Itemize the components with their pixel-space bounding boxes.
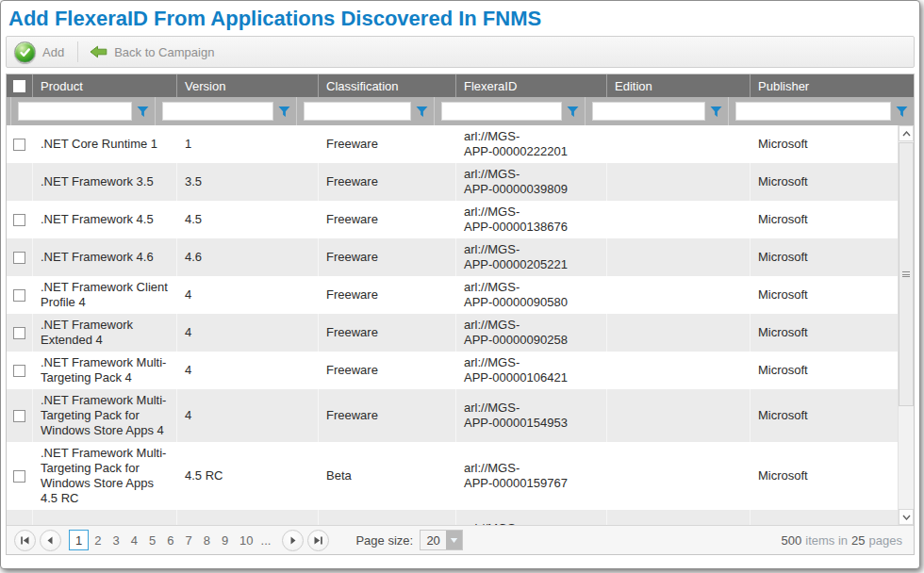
page-button-4[interactable]: 4 [125,530,143,550]
page-size-control: Page size: 20 [355,530,463,550]
column-header-classification[interactable]: Classification [318,74,455,97]
cell-classification: Freeware [318,201,455,238]
cell-edition [606,510,750,525]
cell-version: 4.5 RC [176,442,318,510]
add-button-label: Add [42,45,64,59]
table-row[interactable]: .NET Framework 4.5 4.5 Freeware arl://MG… [7,201,898,238]
add-button[interactable]: Add [14,41,64,63]
cell-edition [606,314,750,352]
cell-flexera-id: arl://MGS- APP-00000039809 [455,163,606,201]
prev-page-button[interactable] [40,530,61,551]
cell-publisher: Microsoft [750,238,898,276]
table-row[interactable]: .NET Framework Client Profile 4 4 Freewa… [7,276,898,314]
cell-version: 3.5 [176,163,318,201]
row-checkbox-cell [7,352,32,389]
row-checkbox[interactable] [13,327,25,339]
cell-edition [606,125,750,163]
page-button-7[interactable]: 7 [179,530,197,550]
cell-product [32,510,176,525]
row-checkbox-cell [7,442,32,510]
cell-edition [606,163,750,201]
filter-funnel-icon[interactable] [137,106,149,118]
filter-funnel-icon[interactable] [278,106,290,118]
cell-flexera-id: arl://MGS- APP-00000090580 [455,276,606,314]
row-checkbox[interactable] [13,410,25,422]
filter-input-publisher[interactable] [735,102,891,121]
filter-input-flexera_id[interactable] [441,102,562,121]
cell-product: .NET Framework 4.6 [32,238,176,276]
page-button-1[interactable]: 1 [69,530,89,550]
cell-flexera-id: arl://MGS- [455,510,606,525]
page-button-3[interactable]: 3 [107,530,124,550]
row-checkbox[interactable] [13,139,25,151]
table-row[interactable]: .NET Framework Extended 4 4 Freeware arl… [7,314,898,352]
table-row[interactable]: .NET Framework Multi-Targeting Pack 4 4 … [7,352,898,389]
scrollbar-thumb[interactable] [899,142,914,406]
cell-edition [606,201,750,238]
table-row[interactable]: .NET Framework Multi-Targeting Pack for … [7,442,898,510]
cell-edition [606,389,750,442]
column-header-edition[interactable]: Edition [606,74,750,97]
select-all-checkbox[interactable] [13,80,25,92]
last-page-button[interactable] [307,530,329,551]
cell-classification: Beta [318,442,455,510]
row-checkbox[interactable] [13,365,25,377]
filter-cell-flexera_id [434,97,585,125]
table-row-partial[interactable]: arl://MGS- [7,510,898,525]
column-header-product[interactable]: Product [32,74,176,97]
page-button-10[interactable]: 10 [234,530,258,550]
cell-version: 4.5 [176,201,318,238]
page-ellipsis: ... [259,533,277,548]
next-page-button[interactable] [282,530,304,551]
row-checkbox-cell [7,125,32,163]
cell-classification: Freeware [318,389,455,442]
row-checkbox[interactable] [13,470,25,483]
table-row[interactable]: .NET Framework Multi-Targeting Pack for … [7,389,898,442]
filter-funnel-icon[interactable] [710,106,722,118]
cell-edition [606,276,750,314]
prev-page-icon [45,535,56,546]
filter-input-version[interactable] [162,102,273,121]
cell-publisher [750,510,898,525]
page-button-8[interactable]: 8 [198,530,216,550]
page-button-6[interactable]: 6 [161,530,179,550]
row-checkbox-cell [7,314,32,352]
table-row[interactable]: .NET Core Runtime 1 1 Freeware arl://MGS… [7,125,898,163]
column-header-version[interactable]: Version [176,74,318,97]
cell-classification: Freeware [318,163,455,201]
back-to-campaign-button[interactable]: Back to Campaign [90,45,214,59]
filter-input-classification[interactable] [304,102,411,121]
vertical-scrollbar[interactable] [898,125,914,525]
row-checkbox-cell [7,276,32,314]
filter-input-edition[interactable] [592,102,705,121]
filter-funnel-icon[interactable] [416,106,428,118]
filter-funnel-icon[interactable] [567,106,579,118]
row-checkbox[interactable] [13,289,25,302]
column-header-publisher[interactable]: Publisher [750,74,914,97]
next-page-icon [288,535,298,546]
cell-product: .NET Framework Multi-Targeting Pack for … [32,389,176,442]
row-checkbox[interactable] [13,252,25,264]
page-button-5[interactable]: 5 [143,530,161,550]
column-header-flexera_id[interactable]: FlexeraID [455,74,606,97]
table-row[interactable]: .NET Framework 4.6 4.6 Freeware arl://MG… [7,238,898,276]
filter-input-product[interactable] [18,102,132,121]
cell-flexera-id: arl://MGS- APP-00000159767 [455,442,606,510]
filter-funnel-icon[interactable] [896,106,908,118]
page-size-dropdown[interactable]: 20 [420,530,463,550]
last-page-icon [313,535,323,546]
row-checkbox[interactable] [13,214,25,226]
status-suffix-text: pages [869,533,902,548]
page-size-dropdown-arrow-icon[interactable] [446,531,462,549]
scroll-down-icon[interactable] [899,509,914,525]
app-window: Add FlexeraID From Applications Discover… [0,0,920,569]
table-row[interactable]: .NET Framework 3.5 3.5 Freeware arl://MG… [7,163,898,201]
first-page-button[interactable] [14,530,36,551]
scroll-up-icon[interactable] [899,125,914,141]
page-button-9[interactable]: 9 [216,530,234,550]
back-arrow-icon [90,45,107,58]
items-count: 500 [782,533,802,548]
cell-product: .NET Core Runtime 1 [32,125,176,163]
cell-flexera-id: arl://MGS- APP-00000090258 [455,314,606,352]
page-button-2[interactable]: 2 [89,530,107,550]
